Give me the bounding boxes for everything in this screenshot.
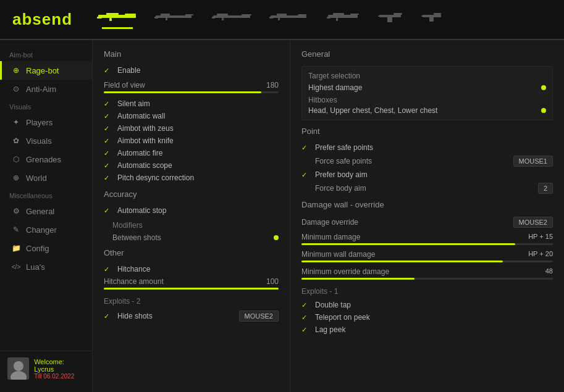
weapon-tab-4[interactable] <box>327 10 361 29</box>
automatic-fire-check[interactable]: ✓ Automatic fire <box>104 149 279 157</box>
hide-shots-check[interactable]: ✓ Hide shots <box>104 312 153 320</box>
username: Lycrus <box>34 365 54 373</box>
weapon-tabs <box>97 10 445 29</box>
force-safe-key[interactable]: MOUSE1 <box>513 156 553 167</box>
silent-aim-check[interactable]: ✓ Silent aim <box>104 99 279 108</box>
fov-slider[interactable]: Field of view 180 <box>104 81 279 93</box>
hitchance-track[interactable] <box>104 288 279 290</box>
modifiers-label: Modifiers <box>112 221 279 230</box>
enable-label: Enable <box>117 66 140 75</box>
svg-rect-3 <box>125 14 136 15</box>
hide-shots-key[interactable]: MOUSE2 <box>239 311 279 322</box>
force-body-label: Force body aim <box>315 184 366 193</box>
min-override-damage-slider[interactable]: Minimum override damage 48 <box>301 267 553 280</box>
min-override-track[interactable] <box>301 278 553 280</box>
till-date: 06.02.2022 <box>43 373 74 380</box>
accuracy-title: Accuracy <box>104 190 279 199</box>
point-title: Point <box>301 127 553 136</box>
hitboxes-value-row[interactable]: Head, Upper chest, Chest, Lower chest <box>308 106 546 115</box>
sidebar-item-grenades[interactable]: ⬡ Grenades <box>0 150 92 169</box>
weapon-tab-1[interactable] <box>154 10 195 29</box>
svg-rect-32 <box>434 13 441 15</box>
sidebar-item-config[interactable]: 📁 Config <box>0 239 92 257</box>
logo-prefix: abs <box>12 10 42 28</box>
teleport-peek-check[interactable]: ✓ Teleport on peek <box>301 313 553 322</box>
automatic-scope-label: Automatic scope <box>117 161 172 170</box>
aimbot-knife-check[interactable]: ✓ Aimbot with knife <box>104 136 279 145</box>
general-label: General <box>26 207 54 216</box>
luas-icon: </> <box>11 262 21 272</box>
svg-rect-20 <box>278 18 280 20</box>
automatic-wall-check[interactable]: ✓ Automatic wall <box>104 112 279 120</box>
enable-checkmark: ✓ <box>104 67 112 75</box>
grenades-label: Grenades <box>26 155 61 164</box>
double-tap-check[interactable]: ✓ Double tap <box>301 301 553 309</box>
hide-shots-row: ✓ Hide shots MOUSE2 <box>104 311 279 322</box>
hitchance-slider[interactable]: Hitchance amount 100 <box>104 277 279 290</box>
logo-accent: end <box>42 10 72 28</box>
svg-rect-24 <box>350 14 359 15</box>
min-wall-damage-slider[interactable]: Minimum wall damage HP + 20 <box>301 250 553 262</box>
players-label: Players <box>26 118 53 127</box>
weapon-tab-2[interactable] <box>212 10 252 29</box>
fov-track[interactable] <box>104 91 279 93</box>
hitboxes-row: Hitboxes Head, Upper chest, Chest, Lower… <box>308 96 546 115</box>
automatic-stop-check[interactable]: ✓ Automatic stop <box>104 206 279 215</box>
weapon-icon-1 <box>154 10 195 23</box>
weapon-tab-6[interactable] <box>421 10 445 29</box>
main-layout: Aim-bot ⊕ Rage-bot ⊙ Anti-Aim Visuals ✦ … <box>0 40 564 392</box>
enable-check[interactable]: ✓ Enable <box>104 66 279 75</box>
weapon-tab-3[interactable] <box>269 10 309 29</box>
sidebar-item-world[interactable]: ⊕ World <box>0 169 92 187</box>
sidebar-item-changer[interactable]: ✎ Changer <box>0 220 92 239</box>
lag-peek-check[interactable]: ✓ Lag peek <box>301 325 553 334</box>
pitch-desync-label: Pitch desync correction <box>117 173 194 182</box>
aimbot-zeus-check[interactable]: ✓ Aimbot with zeus <box>104 124 279 133</box>
visuals-icon: ✿ <box>11 136 21 146</box>
min-wall-damage-track[interactable] <box>301 261 553 262</box>
sidebar-section-misc: Miscellaneous <box>0 187 92 202</box>
pitch-desync-check[interactable]: ✓ Pitch desync correction <box>104 173 279 182</box>
weapon-tab-5[interactable] <box>378 10 404 29</box>
sidebar-item-visuals[interactable]: ✿ Visuals <box>0 131 92 150</box>
till-label: Till <box>34 373 41 380</box>
hitchance-label: Hitchance amount <box>104 277 164 286</box>
sidebar-item-luas[interactable]: </> Lua's <box>0 257 92 276</box>
sidebar-item-general[interactable]: ⚙ General <box>0 202 92 220</box>
svg-rect-0 <box>98 15 132 18</box>
between-shots-dot <box>274 235 279 240</box>
highest-damage-dot <box>541 85 546 90</box>
automatic-scope-check[interactable]: ✓ Automatic scope <box>104 161 279 170</box>
user-till: Till 06.02.2022 <box>34 373 85 380</box>
svg-rect-26 <box>336 18 338 21</box>
sidebar-item-players[interactable]: ✦ Players <box>0 113 92 131</box>
hitboxes-dot <box>541 108 546 113</box>
double-tap-label: Double tap <box>315 301 351 309</box>
welcome-label: Welcome: <box>34 358 64 365</box>
min-damage-slider[interactable]: Minimum damage HP + 15 <box>301 233 553 245</box>
prefer-body-check[interactable]: ✓ Prefer body aim <box>301 170 553 179</box>
hitchance-check[interactable]: ✓ Hitchance <box>104 265 279 273</box>
sidebar-item-anti-aim[interactable]: ⊙ Anti-Aim <box>0 80 92 98</box>
sidebar-section-aimbot: Aim-bot <box>0 46 92 61</box>
weapon-tab-0[interactable] <box>97 10 137 29</box>
prefer-safe-check[interactable]: ✓ Prefer safe points <box>301 143 553 152</box>
svg-rect-9 <box>185 14 193 15</box>
sidebar-item-rage-bot[interactable]: ⊕ Rage-bot <box>0 61 92 80</box>
min-damage-track[interactable] <box>301 243 553 245</box>
min-override-fill <box>301 278 415 280</box>
other-title: Other <box>104 248 279 257</box>
lag-peek-label: Lag peek <box>315 325 345 334</box>
right-panel-title: General <box>301 49 553 59</box>
teleport-peek-label: Teleport on peek <box>315 313 370 322</box>
between-shots-label: Between shots <box>112 233 161 242</box>
min-override-value: 48 <box>545 267 553 276</box>
min-wall-damage-label: Minimum wall damage <box>301 250 375 259</box>
force-body-row: Force body aim 2 <box>315 183 553 194</box>
svg-rect-12 <box>217 14 228 15</box>
damage-override-key[interactable]: MOUSE2 <box>513 217 553 228</box>
highest-damage-row[interactable]: Highest damage <box>308 83 546 92</box>
svg-rect-30 <box>378 15 381 17</box>
hitboxes-label: Hitboxes <box>308 96 546 104</box>
target-selection-label: Target selection <box>308 72 546 80</box>
